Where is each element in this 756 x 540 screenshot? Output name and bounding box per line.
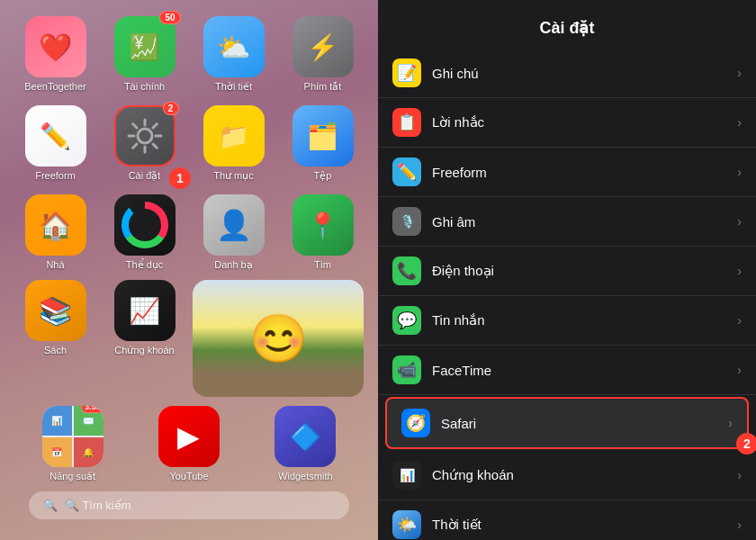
taichinh-icon: 💹 50 — [114, 16, 176, 77]
facetime-label: FaceTime — [432, 363, 737, 378]
ghi-chu-icon: 📝 — [392, 58, 421, 87]
nangSuat-icon: 📊 ✉️ 📅 🔔 3.537 — [42, 406, 104, 467]
freeform-settings-icon: ✏️ — [392, 158, 421, 186]
phimtat-label: Phím tắt — [304, 81, 342, 93]
nangSuat-badge: 3.537 — [81, 406, 104, 413]
app-caidat[interactable]: 2 Cài đặt 1 — [104, 105, 185, 182]
app-theduc[interactable]: Thể dục — [104, 194, 185, 271]
caidat-badge: 2 — [163, 102, 179, 115]
thoi-tiet-icon: 🌤️ — [392, 510, 421, 539]
app-chungkhoan[interactable]: 📈 Chứng khoán — [104, 280, 185, 397]
settings-item-facetime[interactable]: 📹 FaceTime › — [378, 346, 756, 395]
ghi-chu-chevron: › — [737, 66, 742, 80]
svg-line-8 — [132, 144, 136, 148]
app-nangSuat[interactable]: 📊 ✉️ 📅 🔔 3.537 Năng suất — [18, 406, 127, 482]
search-icon: 🔍 — [43, 499, 58, 512]
settings-item-ghi-chu[interactable]: 📝 Ghi chú › — [378, 49, 756, 98]
safari-icon: 🧭 — [401, 409, 430, 437]
tin-nhan-chevron: › — [737, 313, 742, 328]
photo-widget: 😊 — [193, 280, 364, 397]
thoitiet-icon: ⛅ — [203, 16, 265, 77]
svg-point-0 — [138, 129, 152, 143]
nha-icon: 🏠 — [25, 194, 86, 256]
loi-nhac-chevron: › — [737, 115, 742, 130]
app-widgetsmith[interactable]: 🔷 Widgetsmith — [251, 406, 360, 482]
ghi-am-chevron: › — [737, 214, 742, 229]
settings-item-freeform[interactable]: ✏️ Freeform › — [378, 148, 756, 197]
settings-panel: Cài đặt 📝 Ghi chú › 📋 Lời nhắc › ✏️ Free… — [378, 0, 756, 540]
svg-line-7 — [153, 124, 157, 128]
settings-item-tin-nhan[interactable]: 💬 Tin nhắn › — [378, 296, 756, 346]
caidat-icon: 2 — [114, 105, 176, 166]
ghi-am-label: Ghi âm — [432, 214, 737, 230]
app-tep[interactable]: 🗂️ Tệp — [282, 105, 364, 182]
sach-icon: 📚 — [25, 280, 86, 341]
app-thumuc[interactable]: 📁 Thư mục — [193, 105, 274, 182]
dien-thoai-icon: 📞 — [392, 256, 421, 285]
phimtat-icon: ⚡ — [292, 16, 354, 77]
taichinh-label: Tài chính — [124, 81, 165, 92]
smiley-balloon-icon: 😊 — [249, 311, 308, 366]
nangSuat-cell3: 📅 — [42, 437, 72, 467]
chung-khoan-label: Chứng khoán — [432, 467, 737, 483]
settings-item-thoi-tiet[interactable]: 🌤️ Thời tiết › — [378, 500, 756, 540]
theduc-icon — [114, 194, 176, 256]
youtube-icon: ▶ — [158, 406, 220, 467]
thoi-tiet-chevron: › — [737, 518, 742, 532]
settings-item-safari[interactable]: 🧭 Safari › 2 — [385, 397, 749, 449]
step2-label: 2 — [736, 433, 756, 454]
chung-khoan-icon: 📊 — [392, 461, 421, 490]
chungkhoan-label: Chứng khoán — [114, 345, 174, 356]
safari-label: Safari — [441, 416, 728, 431]
nangSuat-cell4: 🔔 — [74, 437, 104, 467]
ghi-chu-label: Ghi chú — [432, 66, 737, 81]
sach-label: Sách — [44, 345, 67, 356]
freeform-settings-label: Freeform — [432, 165, 737, 180]
nangSuat-cell1: 📊 — [42, 406, 72, 436]
search-placeholder: 🔍 Tìm kiếm — [65, 499, 131, 512]
settings-item-dien-thoai[interactable]: 📞 Điện thoại › — [378, 247, 756, 296]
beentogether-icon: ❤️ — [25, 16, 86, 77]
app-phimtat[interactable]: ⚡ Phím tắt — [282, 16, 364, 93]
app-tim[interactable]: 📍 Tìm — [282, 194, 364, 271]
danhba-label: Danh bạ — [214, 259, 252, 271]
widgetsmith-label: Widgetsmith — [278, 471, 333, 482]
app-grid-bottom: 📊 ✉️ 📅 🔔 3.537 Năng suất ▶ YouTube 🔷 — [14, 406, 364, 482]
dien-thoai-label: Điện thoại — [432, 263, 737, 279]
nha-label: Nhà — [46, 259, 64, 270]
caidat-label: Cài đặt — [129, 170, 161, 182]
widgetsmith-icon: 🔷 — [274, 406, 336, 467]
danhba-icon: 👤 — [203, 194, 265, 256]
svg-line-5 — [132, 124, 136, 128]
facetime-chevron: › — [737, 363, 742, 377]
settings-item-loi-nhac[interactable]: 📋 Lời nhắc › — [378, 98, 756, 148]
loi-nhac-label: Lời nhắc — [432, 114, 737, 130]
tim-icon: 📍 — [292, 194, 354, 256]
iphone-home-screen: ❤️ BeenTogether 💹 50 Tài chính ⛅ Thời ti… — [0, 0, 378, 540]
tin-nhan-icon: 💬 — [392, 306, 421, 335]
settings-item-chung-khoan[interactable]: 📊 Chứng khoán › — [378, 451, 756, 500]
settings-title: Cài đặt — [378, 0, 756, 45]
nangSuat-label: Năng suất — [50, 471, 95, 482]
app-beentogether[interactable]: ❤️ BeenTogether — [14, 16, 96, 93]
app-taichinh[interactable]: 💹 50 Tài chính — [104, 16, 185, 93]
tep-label: Tệp — [314, 170, 332, 182]
app-nha[interactable]: 🏠 Nhà — [14, 194, 96, 271]
app-youtube[interactable]: ▶ YouTube — [134, 406, 243, 482]
step1-label: 1 — [169, 167, 191, 189]
svg-line-6 — [153, 144, 157, 148]
app-danhba[interactable]: 👤 Danh bạ — [193, 194, 274, 271]
freeform-chevron: › — [737, 165, 742, 179]
app-thoitiet[interactable]: ⛅ Thời tiết — [193, 16, 274, 93]
app-freeform[interactable]: ✏️ Freeform — [14, 105, 96, 182]
app-grid-row1: ❤️ BeenTogether 💹 50 Tài chính ⛅ Thời ti… — [14, 16, 364, 271]
taichinh-badge: 50 — [159, 11, 180, 24]
thoi-tiet-label: Thời tiết — [432, 517, 737, 533]
freeform-icon: ✏️ — [25, 105, 86, 166]
settings-item-ghi-am[interactable]: 🎙️ Ghi âm › — [378, 197, 756, 247]
theduc-label: Thể dục — [126, 259, 164, 271]
search-bar[interactable]: 🔍 🔍 Tìm kiếm — [29, 491, 349, 519]
tin-nhan-label: Tin nhắn — [432, 312, 737, 328]
dien-thoai-chevron: › — [737, 264, 742, 278]
app-sach[interactable]: 📚 Sách — [14, 280, 96, 397]
